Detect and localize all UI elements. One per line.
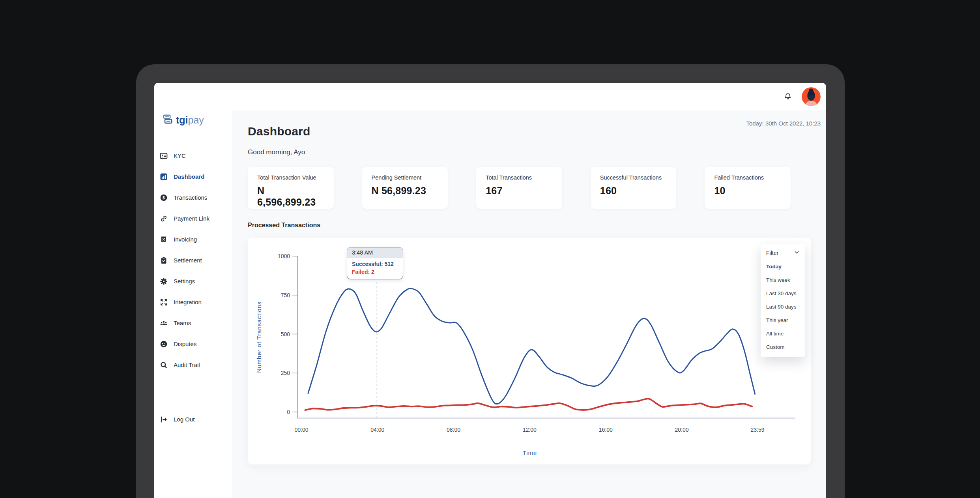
dollar-circle-icon: $ <box>160 194 168 202</box>
current-date: Today: 30th Oct 2022, 10:23 <box>746 120 821 127</box>
bar-chart-icon <box>160 173 168 181</box>
user-avatar[interactable] <box>802 87 821 106</box>
logout-icon <box>160 416 168 423</box>
svg-text:16:00: 16:00 <box>599 427 613 433</box>
svg-text:750: 750 <box>281 292 290 298</box>
stat-card-pending-settlement: Pending Settlement N 56,899.23 <box>362 167 448 209</box>
svg-text:500: 500 <box>281 331 290 337</box>
tooltip-line: Successful: 512 <box>352 260 398 268</box>
desktop-background: tgipay KYC Dashboard $ Transactions Paym… <box>0 0 980 498</box>
smiley-icon <box>160 340 168 348</box>
sidebar-item-kyc[interactable]: KYC <box>154 145 232 166</box>
filter-option-this-year[interactable]: This year <box>766 316 805 324</box>
app-window: tgipay KYC Dashboard $ Transactions Paym… <box>154 83 826 498</box>
sidebar-item-settlement[interactable]: Settlement <box>154 250 232 271</box>
sidebar-item-audit-trail[interactable]: Audit Trail <box>154 354 232 375</box>
app-header <box>154 83 826 110</box>
stat-card-total-transaction-value: Total Transaction Value N 6,596,899.23 <box>248 167 334 209</box>
sidebar: tgipay KYC Dashboard $ Transactions Paym… <box>154 110 232 498</box>
filter-option-custom[interactable]: Custom <box>766 343 805 351</box>
sidebar-item-invoicing[interactable]: Invoicing <box>154 229 232 250</box>
svg-text:20:00: 20:00 <box>675 427 688 433</box>
team-icon <box>160 319 168 327</box>
filter-option-today[interactable]: Today <box>766 262 805 271</box>
chart-tooltip: 3:48 AM Successful: 512Failed: 2 <box>347 247 403 279</box>
gear-icon <box>160 277 168 285</box>
sidebar-item-payment-link[interactable]: Payment Link <box>154 208 232 229</box>
tooltip-line: Failed: 2 <box>352 268 398 276</box>
app-body: tgipay KYC Dashboard $ Transactions Paym… <box>154 110 826 498</box>
receipt-percent-icon <box>160 236 168 243</box>
filter-option-last-30-days[interactable]: Last 30 days <box>766 289 805 298</box>
tgipay-logo: tgipay <box>154 110 232 126</box>
sidebar-item-transactions[interactable]: $ Transactions <box>154 187 232 208</box>
stat-card-successful-transactions: Successful Transactions 160 <box>591 167 677 209</box>
logo-text: tgipay <box>176 114 204 126</box>
stat-label: Pending Settlement <box>372 174 439 181</box>
link-icon <box>160 215 168 223</box>
stat-label: Total Transaction Value <box>257 174 324 181</box>
sidebar-item-log-out[interactable]: Log Out <box>154 409 232 430</box>
svg-text:250: 250 <box>281 370 290 376</box>
stat-value: 160 <box>600 185 667 197</box>
svg-text:$: $ <box>163 195 165 200</box>
stat-label: Total Transactions <box>486 174 553 181</box>
notifications-button[interactable] <box>782 91 794 103</box>
stat-card-total-transactions: Total Transactions 167 <box>476 167 562 209</box>
chevron-down-icon <box>793 249 800 257</box>
greeting-text: Good morning, Ayo <box>248 148 305 156</box>
processed-transactions-card: 0250500750100000:0004:0008:0012:0016:002… <box>248 238 811 464</box>
main-content: Today: 30th Oct 2022, 10:23 Dashboard Go… <box>232 110 826 498</box>
stats-row: Total Transaction Value N 6,596,899.23 P… <box>248 167 791 209</box>
magnifier-icon <box>160 361 168 369</box>
svg-text:00:00: 00:00 <box>294 427 308 433</box>
stat-label: Failed Transactions <box>714 174 781 181</box>
tooltip-body: Successful: 512Failed: 2 <box>347 258 403 279</box>
svg-text:08:00: 08:00 <box>447 427 460 433</box>
stat-value: N 56,899.23 <box>372 185 439 197</box>
svg-text:1000: 1000 <box>278 253 290 259</box>
filter-options: TodayThis weekLast 30 daysLast 90 daysTh… <box>766 262 805 351</box>
stat-label: Successful Transactions <box>600 174 667 181</box>
svg-text:23:59: 23:59 <box>750 427 764 433</box>
sidebar-item-teams[interactable]: Teams <box>154 313 232 333</box>
sidebar-nav: KYC Dashboard $ Transactions Payment Lin… <box>154 145 232 375</box>
stat-value: N 6,596,899.23 <box>257 185 324 208</box>
logout-label: Log Out <box>174 416 195 423</box>
tooltip-time: 3:48 AM <box>347 247 403 258</box>
page-title: Dashboard <box>248 125 310 138</box>
svg-text:12:00: 12:00 <box>523 427 537 433</box>
sidebar-item-settings[interactable]: Settings <box>154 271 232 292</box>
filter-toggle[interactable]: Filter <box>766 249 805 257</box>
filter-label: Filter <box>766 250 778 256</box>
sidebar-item-integration[interactable]: Integration <box>154 292 232 313</box>
filter-option-last-90-days[interactable]: Last 90 days <box>766 302 805 311</box>
card-reader-icon <box>163 114 174 126</box>
sidebar-item-dashboard[interactable]: Dashboard <box>154 166 232 187</box>
section-title: Processed Transactions <box>248 222 320 229</box>
expand-arrows-icon <box>160 298 168 306</box>
sidebar-divider <box>159 402 227 402</box>
stat-card-failed-transactions: Failed Transactions 10 <box>705 167 791 209</box>
sidebar-item-disputes[interactable]: Disputes <box>154 333 232 354</box>
filter-dropdown: Filter TodayThis weekLast 30 daysLast 90… <box>761 244 805 357</box>
filter-option-this-week[interactable]: This week <box>766 275 805 284</box>
clipboard-check-icon <box>160 256 168 264</box>
svg-text:Number of Transactions: Number of Transactions <box>256 301 262 373</box>
device-frame: tgipay KYC Dashboard $ Transactions Paym… <box>136 64 845 498</box>
stat-value: 10 <box>714 185 781 197</box>
filter-option-all-time[interactable]: All time <box>766 329 805 338</box>
svg-text:Time: Time <box>523 449 537 456</box>
id-card-icon <box>160 152 168 160</box>
bell-icon <box>784 92 792 101</box>
svg-text:04:00: 04:00 <box>370 427 384 433</box>
svg-text:0: 0 <box>287 409 290 415</box>
stat-value: 167 <box>486 185 553 197</box>
